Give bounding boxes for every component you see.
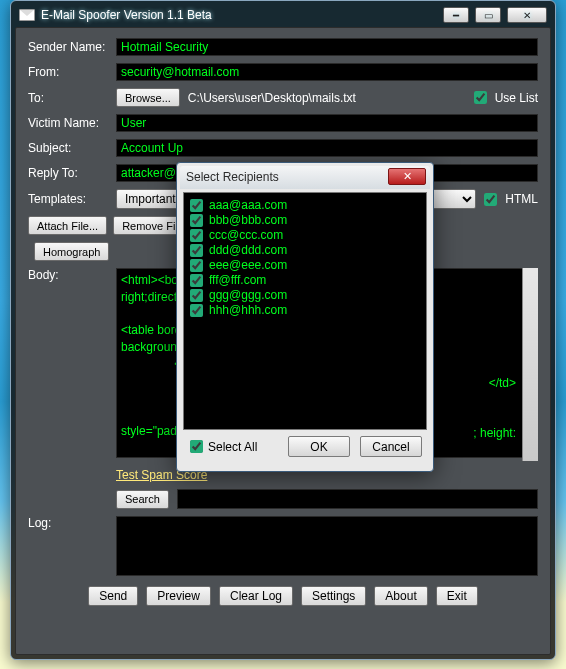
recipient-row[interactable]: ggg@ggg.com xyxy=(190,288,420,302)
window-title: E-Mail Spoofer Version 1.1 Beta xyxy=(41,8,212,22)
recipient-row[interactable]: bbb@bbb.com xyxy=(190,213,420,227)
use-list-label: Use List xyxy=(495,91,538,105)
recipient-email: hhh@hhh.com xyxy=(209,303,287,317)
recipient-checkbox[interactable] xyxy=(190,259,203,272)
to-label: To: xyxy=(28,91,108,105)
recipient-email: bbb@bbb.com xyxy=(209,213,287,227)
send-button[interactable]: Send xyxy=(88,586,138,606)
settings-button[interactable]: Settings xyxy=(301,586,366,606)
subject-input[interactable] xyxy=(116,139,538,157)
subject-label: Subject: xyxy=(28,141,108,155)
dialog-title: Select Recipients xyxy=(186,170,279,184)
clear-log-button[interactable]: Clear Log xyxy=(219,586,293,606)
titlebar: E-Mail Spoofer Version 1.1 Beta ━ ▭ ✕ xyxy=(15,5,551,27)
victim-name-input[interactable] xyxy=(116,114,538,132)
use-list-checkbox[interactable] xyxy=(474,91,487,104)
recipient-checkbox[interactable] xyxy=(190,274,203,287)
body-fragment-height: ; height: xyxy=(473,426,516,440)
homograph-button[interactable]: Homograph xyxy=(34,242,109,261)
recipient-row[interactable]: eee@eee.com xyxy=(190,258,420,272)
body-label: Body: xyxy=(28,268,108,282)
close-button[interactable]: ✕ xyxy=(507,7,547,23)
footer: Send Preview Clear Log Settings About Ex… xyxy=(28,586,538,606)
sender-name-label: Sender Name: xyxy=(28,40,108,54)
cancel-button[interactable]: Cancel xyxy=(360,436,422,457)
recipient-row[interactable]: hhh@hhh.com xyxy=(190,303,420,317)
recipient-row[interactable]: ddd@ddd.com xyxy=(190,243,420,257)
recipient-checkbox[interactable] xyxy=(190,304,203,317)
recipients-list[interactable]: aaa@aaa.combbb@bbb.comccc@ccc.comddd@ddd… xyxy=(183,192,427,430)
body-scrollbar[interactable] xyxy=(522,268,538,461)
recipient-email: ccc@ccc.com xyxy=(209,228,283,242)
recipient-row[interactable]: ccc@ccc.com xyxy=(190,228,420,242)
dialog-titlebar: Select Recipients ✕ xyxy=(180,166,430,189)
recipient-row[interactable]: fff@fff.com xyxy=(190,273,420,287)
recipient-checkbox[interactable] xyxy=(190,289,203,302)
templates-label: Templates: xyxy=(28,192,108,206)
select-all-checkbox[interactable] xyxy=(190,440,203,453)
maximize-button[interactable]: ▭ xyxy=(475,7,501,23)
browse-button[interactable]: Browse... xyxy=(116,88,180,107)
search-input[interactable] xyxy=(177,489,538,509)
about-button[interactable]: About xyxy=(374,586,427,606)
from-label: From: xyxy=(28,65,108,79)
recipient-email: aaa@aaa.com xyxy=(209,198,287,212)
recipient-checkbox[interactable] xyxy=(190,244,203,257)
dialog-close-button[interactable]: ✕ xyxy=(388,168,426,185)
search-button[interactable]: Search xyxy=(116,490,169,509)
html-checkbox[interactable] xyxy=(484,193,497,206)
recipient-email: eee@eee.com xyxy=(209,258,287,272)
sender-name-input[interactable] xyxy=(116,38,538,56)
body-fragment-td: </td> xyxy=(489,376,516,390)
minimize-button[interactable]: ━ xyxy=(443,7,469,23)
select-recipients-dialog: Select Recipients ✕ aaa@aaa.combbb@bbb.c… xyxy=(176,162,434,472)
recipient-row[interactable]: aaa@aaa.com xyxy=(190,198,420,212)
html-label: HTML xyxy=(505,192,538,206)
recipient-email: ddd@ddd.com xyxy=(209,243,287,257)
reply-to-label: Reply To: xyxy=(28,166,108,180)
recipient-email: fff@fff.com xyxy=(209,273,266,287)
attach-file-button[interactable]: Attach File... xyxy=(28,216,107,235)
log-area[interactable] xyxy=(116,516,538,576)
recipient-email: ggg@ggg.com xyxy=(209,288,287,302)
recipient-checkbox[interactable] xyxy=(190,199,203,212)
log-label: Log: xyxy=(28,516,108,530)
to-path: C:\Users\user\Desktop\mails.txt xyxy=(188,91,466,105)
from-input[interactable] xyxy=(116,63,538,81)
victim-name-label: Victim Name: xyxy=(28,116,108,130)
preview-button[interactable]: Preview xyxy=(146,586,211,606)
mail-icon xyxy=(19,9,35,21)
exit-button[interactable]: Exit xyxy=(436,586,478,606)
recipient-checkbox[interactable] xyxy=(190,229,203,242)
select-all-label: Select All xyxy=(208,440,257,454)
ok-button[interactable]: OK xyxy=(288,436,350,457)
recipient-checkbox[interactable] xyxy=(190,214,203,227)
